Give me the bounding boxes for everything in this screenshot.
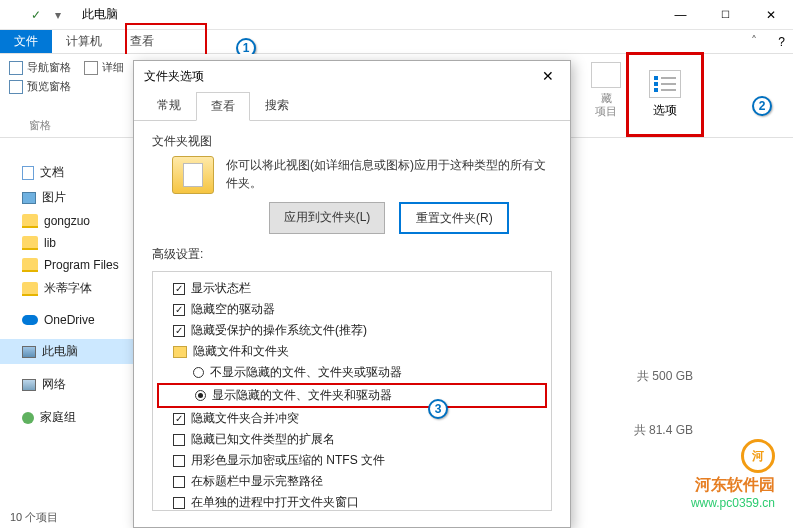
tree-thispc[interactable]: 此电脑 (0, 339, 150, 364)
nav-pane-item[interactable]: 导航窗格 (9, 58, 71, 77)
watermark: 河 河东软件园 www.pc0359.cn (691, 439, 775, 510)
panes-group-label: 窗格 (29, 118, 51, 133)
adv-opt-3[interactable]: 隐藏文件和文件夹 (157, 341, 547, 362)
checkbox-icon[interactable]: ✓ (173, 325, 185, 337)
adv-opt-5[interactable]: 显示隐藏的文件、文件夹和驱动器 (157, 383, 547, 408)
adv-opt-6[interactable]: ✓隐藏文件夹合并冲突 (157, 408, 547, 429)
checkbox-icon[interactable]: ✓ (173, 413, 185, 425)
titlebar: ✓ ▾ 此电脑 — ☐ ✕ (0, 0, 793, 30)
opt-label: 隐藏空的驱动器 (191, 301, 275, 318)
maximize-button[interactable]: ☐ (703, 0, 748, 30)
tab-computer[interactable]: 计算机 (52, 30, 116, 53)
tree-lib[interactable]: lib (0, 232, 150, 254)
tree-homegroup[interactable]: 家庭组 (0, 405, 150, 430)
tree-gongzuo[interactable]: gongzuo (0, 210, 150, 232)
help-icon[interactable]: ? (778, 35, 785, 49)
radio-icon[interactable] (195, 390, 206, 401)
menu-tabs: 文件 计算机 查看 ˄ (0, 30, 793, 54)
tree-pictures[interactable]: 图片 (0, 185, 150, 210)
check-icon[interactable]: ✓ (28, 7, 44, 23)
details-item[interactable]: 详细 (84, 58, 124, 77)
folder-view-label: 文件夹视图 (152, 133, 552, 150)
preview-pane-item[interactable]: 预览窗格 (9, 77, 71, 96)
opt-label: 隐藏受保护的操作系统文件(推荐) (191, 322, 367, 339)
adv-opt-9[interactable]: 在标题栏中显示完整路径 (157, 471, 547, 492)
pc-icon (22, 346, 36, 358)
folder-icon (172, 156, 214, 194)
dialog-tabs: 常规 查看 搜索 (134, 91, 570, 121)
adv-opt-4[interactable]: 不显示隐藏的文件、文件夹或驱动器 (157, 362, 547, 383)
advanced-label: 高级设置: (152, 246, 552, 263)
close-button[interactable]: ✕ (748, 0, 793, 30)
minimize-button[interactable]: — (658, 0, 703, 30)
tree-network[interactable]: 网络 (0, 372, 150, 397)
checkbox-icon[interactable] (173, 497, 185, 509)
checkbox-icon[interactable] (173, 455, 185, 467)
opt-label: 隐藏文件夹合并冲突 (191, 410, 299, 427)
adv-opt-0[interactable]: ✓显示状态栏 (157, 278, 547, 299)
disk-size-1: 共 500 GB (637, 368, 693, 385)
opt-label: 不显示隐藏的文件、文件夹或驱动器 (210, 364, 402, 381)
apply-to-folders-button[interactable]: 应用到文件夹(L) (269, 202, 386, 234)
checkbox-icon[interactable] (173, 434, 185, 446)
adv-opt-2[interactable]: ✓隐藏受保护的操作系统文件(推荐) (157, 320, 547, 341)
pc-icon (6, 7, 22, 23)
watermark-site: 河东软件园 (691, 475, 775, 496)
advanced-settings-list[interactable]: ✓显示状态栏✓隐藏空的驱动器✓隐藏受保护的操作系统文件(推荐)隐藏文件和文件夹不… (152, 271, 552, 511)
watermark-logo: 河 (741, 439, 775, 473)
dialog-title: 文件夹选项 (144, 68, 204, 85)
opt-label: 显示状态栏 (191, 280, 251, 297)
tab-file[interactable]: 文件 (0, 30, 52, 53)
statusbar: 10 个项目 (0, 506, 68, 528)
cloud-icon (22, 315, 38, 325)
options-button[interactable]: 选项 (639, 64, 691, 125)
checkbox-icon[interactable]: ✓ (173, 304, 185, 316)
highlight-view-tab (125, 23, 207, 58)
window-title: 此电脑 (82, 6, 118, 23)
opt-label: 在单独的进程中打开文件夹窗口 (191, 494, 359, 511)
dialog-close-button[interactable]: ✕ (536, 64, 560, 88)
dtab-view[interactable]: 查看 (196, 92, 250, 121)
adv-opt-7[interactable]: 隐藏已知文件类型的扩展名 (157, 429, 547, 450)
opt-label: 用彩色显示加密或压缩的 NTFS 文件 (191, 452, 385, 469)
checkbox-icon[interactable]: ✓ (173, 283, 185, 295)
marker-3: 3 (428, 399, 448, 419)
watermark-url: www.pc0359.cn (691, 496, 775, 510)
folder-view-text: 你可以将此视图(如详细信息或图标)应用于这种类型的所有文件夹。 (226, 156, 552, 192)
options-icon (649, 70, 681, 98)
chevron-up-icon[interactable]: ˄ (751, 34, 757, 48)
hidden-items-group[interactable]: 藏 项目 (591, 62, 621, 118)
highlight-options: 选项 (626, 52, 704, 137)
opt-label: 在标题栏中显示完整路径 (191, 473, 323, 490)
folder-options-dialog: 文件夹选项 ✕ 常规 查看 搜索 文件夹视图 你可以将此视图(如详细信息或图标)… (133, 60, 571, 528)
qat-dropdown-icon[interactable]: ▾ (50, 7, 66, 23)
reset-folders-button[interactable]: 重置文件夹(R) (399, 202, 509, 234)
nav-tree: 文档 图片 gongzuo lib Program Files 米蒂字体 One… (0, 160, 150, 430)
adv-opt-10[interactable]: 在单独的进程中打开文件夹窗口 (157, 492, 547, 511)
adv-opt-1[interactable]: ✓隐藏空的驱动器 (157, 299, 547, 320)
opt-label: 显示隐藏的文件、文件夹和驱动器 (212, 387, 392, 404)
opt-label: 隐藏文件和文件夹 (193, 343, 289, 360)
opt-label: 隐藏已知文件类型的扩展名 (191, 431, 335, 448)
marker-2: 2 (752, 96, 772, 116)
tree-docs[interactable]: 文档 (0, 160, 150, 185)
tree-font[interactable]: 米蒂字体 (0, 276, 150, 301)
folder-icon (173, 346, 187, 358)
tree-programfiles[interactable]: Program Files (0, 254, 150, 276)
disk-size-2: 共 81.4 GB (634, 422, 693, 439)
radio-icon[interactable] (193, 367, 204, 378)
adv-opt-8[interactable]: 用彩色显示加密或压缩的 NTFS 文件 (157, 450, 547, 471)
dtab-search[interactable]: 搜索 (250, 91, 304, 120)
checkbox-icon[interactable] (173, 476, 185, 488)
dtab-general[interactable]: 常规 (142, 91, 196, 120)
tree-onedrive[interactable]: OneDrive (0, 309, 150, 331)
